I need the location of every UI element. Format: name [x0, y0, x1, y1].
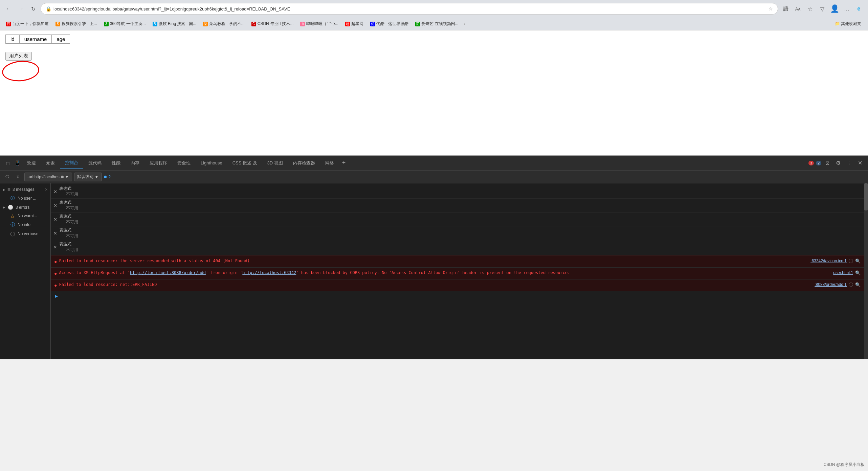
bookmark-cainiao[interactable]: 菜 菜鸟教程 - 学的不...: [200, 20, 247, 28]
tab-performance[interactable]: 性能: [107, 157, 125, 169]
filter-expr-label-1: 表达式: [59, 186, 78, 192]
bookmark-label: 哔哩哔哩（"-"つ...: [306, 21, 338, 27]
tab-lighthouse[interactable]: Lighthouse: [196, 158, 227, 168]
close-devtools-icon[interactable]: ✕: [855, 158, 865, 168]
devtools-device-icon[interactable]: 📱: [13, 159, 22, 167]
user-list-button[interactable]: 用户列表: [5, 52, 32, 61]
extension-icon[interactable]: ▽: [817, 4, 827, 14]
close-sidebar-icon[interactable]: ✕: [45, 187, 48, 192]
cors-link-1[interactable]: http://localhost:8088/order/add: [130, 270, 206, 275]
bookmark-bing[interactable]: B 微软 Bing 搜索 - 国...: [150, 20, 199, 28]
iqiyi-favicon: 爱: [415, 22, 420, 26]
filter-icon[interactable]: ⍕: [14, 173, 22, 181]
bookmark-label: CSDN-专业IT技术...: [258, 21, 294, 27]
bookmark-label: 爱奇艺-在线视频网...: [421, 21, 459, 27]
bookmark-csdn[interactable]: C CSDN-专业IT技术...: [249, 20, 296, 28]
reload-button[interactable]: ↻: [28, 4, 38, 14]
tab-elements[interactable]: 元素: [41, 157, 60, 169]
bookmark-icon[interactable]: ☆: [805, 4, 815, 14]
console-prompt: ►: [51, 291, 864, 301]
info-icon: ⓘ: [9, 222, 16, 228]
address-bar[interactable]: 🔒 localhost:63342/springcloudalibaba/gat…: [41, 3, 778, 15]
bookmark-chaoxing[interactable]: 超 超星网: [342, 20, 366, 28]
error-link-2[interactable]: user.html:1: [833, 270, 853, 276]
tab-network[interactable]: 网络: [320, 157, 339, 169]
devtools-panel: ◻ 📱 欢迎 元素 控制台 源代码 性能 内存 应用程序 安全性 Lightho…: [0, 156, 868, 359]
error-message-3: ● Failed to load resource: net::ERR_FAIL…: [51, 279, 864, 291]
edge-icon[interactable]: e: [854, 4, 864, 14]
filter-sublabel-3: 不可用: [59, 219, 78, 225]
error-link-3[interactable]: :8088/order/add:1: [815, 282, 847, 288]
sidebar-item-verbose[interactable]: ◯ No verbose: [0, 229, 50, 238]
bing-favicon: B: [153, 22, 157, 26]
bookmark-label: 360导航-一个主页...: [110, 21, 146, 27]
remove-filter-2[interactable]: ✕: [53, 203, 57, 208]
sidebar-item-user[interactable]: ⓘ No user ...: [0, 194, 50, 203]
prompt-arrow-icon: ►: [54, 293, 59, 299]
error-info-icon-3[interactable]: ⓘ: [849, 282, 853, 288]
cors-link-2[interactable]: http://localhost:63342: [242, 270, 296, 275]
more-options-icon[interactable]: ⋮: [844, 158, 854, 168]
tab-welcome[interactable]: 欢迎: [22, 157, 41, 169]
bookmark-youku[interactable]: 优 优酷 - 这世界很酷: [368, 20, 411, 28]
tab-security[interactable]: 安全性: [173, 157, 195, 169]
error-search-icon-1[interactable]: 🔍: [855, 258, 861, 265]
sidebar-item-info[interactable]: ⓘ No info: [0, 220, 50, 229]
add-tab-button[interactable]: +: [339, 158, 349, 168]
profile-icon[interactable]: 👤: [829, 4, 840, 14]
tab-3d[interactable]: 3D 视图: [263, 157, 288, 169]
bookmark-iqiyi[interactable]: 爱 爱奇艺-在线视频网...: [413, 20, 461, 28]
context-selector[interactable]: -url:http://localhos ▼: [24, 173, 72, 181]
bookmark-bilibili[interactable]: b 哔哩哔哩（"-"つ...: [297, 20, 341, 28]
aa-icon[interactable]: Aᴀ: [793, 4, 803, 14]
devtools-scrollbar[interactable]: [864, 183, 868, 359]
chevron-down-icon: ▼: [65, 175, 69, 179]
devtools-inspect-icon[interactable]: ◻: [3, 159, 12, 167]
tab-sources[interactable]: 源代码: [84, 157, 106, 169]
bookmark-360[interactable]: 3 360导航-一个主页...: [101, 20, 149, 28]
sidebar-item-warnings[interactable]: △ No warni...: [0, 211, 50, 220]
tab-css[interactable]: CSS 概述 及: [228, 157, 262, 169]
chevron-right-icon: ▶: [3, 205, 5, 209]
forward-button[interactable]: →: [16, 4, 26, 14]
dock-icon[interactable]: ⧖: [823, 158, 832, 168]
error-info-icon-1[interactable]: ⓘ: [849, 258, 853, 265]
remove-filter-3[interactable]: ✕: [53, 217, 57, 222]
nav-icons: 語 Aᴀ ☆ ▽ 👤 … e: [781, 4, 864, 14]
bookmark-baidu[interactable]: 百 百度一下，你就知道: [3, 20, 51, 28]
level-selector[interactable]: 默认级别 ▼: [74, 173, 102, 181]
sidebar-item-errors[interactable]: ▶ ⚪ 3 errors: [0, 203, 50, 211]
back-button[interactable]: ←: [4, 4, 14, 14]
tab-console[interactable]: 控制台: [60, 157, 83, 169]
bookmark-more[interactable]: 📁 其他收藏夹: [831, 20, 865, 28]
filter-sublabel-1: 不可用: [59, 192, 78, 197]
more-icon[interactable]: …: [842, 4, 852, 14]
bookmark-sougou[interactable]: S 搜狗搜索引擎 - 上...: [53, 20, 100, 28]
tab-memory-inspector[interactable]: 内存检查器: [288, 157, 320, 169]
error-search-icon-2[interactable]: 🔍: [855, 270, 861, 276]
chevron-right-icon: ▶: [3, 188, 5, 192]
chevron-down-icon2: ▼: [95, 175, 99, 179]
sidebar-no-user: No user ...: [18, 196, 36, 201]
list-icon: ☰: [7, 188, 10, 192]
sidebar-no-info: No info: [18, 222, 30, 227]
cainiao-favicon: 菜: [203, 22, 208, 26]
filter-row-1: ✕ 表达式 不可用: [51, 185, 864, 199]
clear-console-icon[interactable]: ⎔: [3, 173, 12, 181]
page-content: id username age 用户列表: [0, 30, 868, 156]
remove-filter-4[interactable]: ✕: [53, 231, 57, 236]
error-text-1: Failed to load resource: the server resp…: [59, 258, 808, 264]
translate-icon[interactable]: 語: [781, 4, 791, 14]
sidebar-no-verbose: No verbose: [18, 231, 38, 236]
remove-filter-5[interactable]: ✕: [53, 245, 57, 250]
context-dot: [61, 176, 64, 178]
remove-filter-1[interactable]: ✕: [53, 189, 57, 194]
sidebar-expand[interactable]: ▶ ☰ 3 messages ✕: [0, 185, 50, 194]
tab-memory[interactable]: 内存: [126, 157, 144, 169]
settings-icon[interactable]: ⚙: [833, 158, 843, 168]
filter-expr-label-2: 表达式: [59, 200, 78, 205]
tab-application[interactable]: 应用程序: [145, 157, 172, 169]
error-search-icon-3[interactable]: 🔍: [855, 282, 861, 288]
error-link-1[interactable]: :63342/favicon.ico:1: [810, 258, 847, 264]
error-dot-3: ●: [54, 282, 57, 289]
